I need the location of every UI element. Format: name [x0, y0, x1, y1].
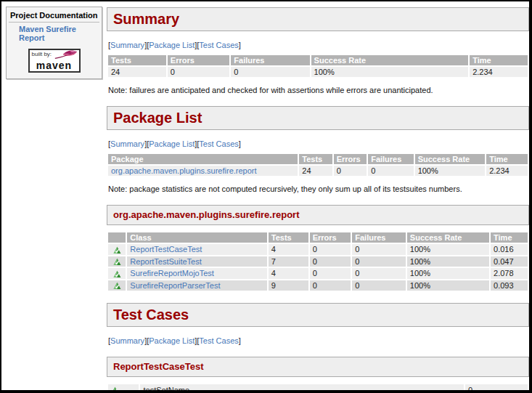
test-cases-table: testSetName0testSetTestCases0 [107, 383, 529, 393]
package-list-heading: Package List [107, 106, 529, 130]
nav-link-test-cases[interactable]: Test Cases [199, 336, 238, 345]
col-success-rate: Success Rate [415, 154, 486, 164]
tests-value: 7 [269, 256, 308, 267]
col-time: Time [491, 232, 528, 243]
summary-table: Tests Errors Failures Success Rate Time … [107, 54, 529, 78]
failures-value: 0 [231, 67, 309, 77]
col-status [108, 232, 126, 243]
errors-value: 0 [334, 166, 367, 176]
section-nav: [Summary][Package List][Test Cases] [108, 41, 529, 50]
maven-surefire-report-link[interactable]: Maven Surefire Report [19, 25, 76, 42]
summary-heading: Summary [107, 7, 529, 31]
errors-value: 0 [310, 268, 351, 279]
success-rate-value: 100% [407, 280, 489, 291]
col-tests: Tests [299, 154, 332, 164]
nav-link-summary[interactable]: Summary [110, 139, 144, 148]
col-time: Time [470, 55, 528, 65]
time-value: 2.078 [491, 268, 528, 279]
failures-value: 0 [352, 256, 406, 267]
class-name-cell: SurefireReportParserTest [127, 280, 266, 291]
col-failures: Failures [352, 232, 406, 243]
success-rate-value: 100% [407, 244, 489, 255]
success-rate-value: 100% [415, 166, 486, 176]
class-row: SurefireReportParserTest900100%0.093 [108, 280, 528, 291]
col-errors: Errors [168, 55, 230, 65]
col-errors: Errors [334, 154, 367, 164]
failures-value: 0 [352, 268, 406, 279]
test-case-time: 0 [465, 384, 528, 393]
errors-value: 0 [310, 256, 351, 267]
test-case-name: testSetName [140, 384, 463, 393]
success-icon [113, 282, 121, 290]
nav-link-package-list[interactable]: Package List [149, 139, 195, 148]
report-content: Summary [Summary][Package List][Test Cas… [105, 1, 529, 390]
test-suite-heading: ReportTestCaseTest [107, 357, 529, 377]
package-row: org.apache.maven.plugins.surefire.report… [108, 166, 528, 176]
class-link[interactable]: SurefireReportParserTest [130, 281, 220, 290]
tests-value: 24 [299, 166, 332, 176]
class-row: ReportTestSuiteTest700100%0.047 [108, 256, 528, 267]
status-cell [108, 280, 126, 291]
package-table-header: Package Tests Errors Failures Success Ra… [108, 154, 528, 164]
class-table-header: Class Tests Errors Failures Success Rate… [108, 232, 528, 243]
class-row: SurefireReportMojoTest400100%2.078 [108, 268, 528, 279]
errors-value: 0 [310, 280, 351, 291]
class-summary-table: Class Tests Errors Failures Success Rate… [107, 231, 529, 292]
status-cell [108, 256, 126, 267]
bracket: ] [239, 41, 241, 49]
test-case-row: testSetName0 [108, 384, 528, 393]
sidebar-title: Project Documentation [9, 9, 99, 23]
maven-feather-icon [54, 50, 78, 60]
col-package: Package [108, 154, 298, 164]
failures-value: 0 [352, 280, 406, 291]
class-name-cell: ReportTestCaseTest [127, 244, 266, 255]
class-link[interactable]: ReportTestCaseTest [130, 245, 202, 254]
class-link[interactable]: SurefireReportMojoTest [130, 269, 214, 277]
nav-link-package-list[interactable]: Package List [149, 336, 195, 345]
success-rate-value: 100% [311, 67, 469, 77]
package-list-note: Note: package statistics are not compute… [108, 185, 529, 194]
package-link[interactable]: org.apache.maven.plugins.surefire.report [111, 166, 257, 175]
test-cases-heading: Test Cases [107, 303, 529, 327]
col-success-rate: Success Rate [407, 232, 489, 243]
col-tests: Tests [269, 232, 308, 243]
col-tests: Tests [108, 55, 166, 65]
col-failures: Failures [368, 154, 413, 164]
errors-value: 0 [310, 244, 351, 255]
bracket: ] [239, 336, 241, 345]
class-link[interactable]: ReportTestSuiteTest [130, 257, 201, 266]
status-cell [108, 268, 126, 279]
tests-value: 24 [108, 67, 166, 77]
time-value: 0.047 [491, 256, 528, 267]
failures-value: 0 [352, 244, 406, 255]
time-value: 2.234 [470, 67, 528, 77]
nav-link-summary[interactable]: Summary [110, 336, 144, 345]
summary-note: Note: failures are anticipated and check… [108, 86, 529, 95]
status-cell [108, 384, 139, 393]
summary-table-header: Tests Errors Failures Success Rate Time [108, 55, 528, 65]
sidebar: Project Documentation Maven Surefire Rep… [6, 7, 102, 79]
col-success-rate: Success Rate [311, 55, 469, 65]
class-row: ReportTestCaseTest400100%0.016 [108, 244, 528, 255]
package-detail-heading: org.apache.maven.plugins.surefire.report [107, 205, 529, 225]
tests-value: 4 [269, 268, 308, 279]
nav-link-test-cases[interactable]: Test Cases [199, 41, 238, 49]
col-class: Class [127, 232, 266, 243]
section-nav: [Summary][Package List][Test Cases] [108, 336, 529, 346]
package-name-cell: org.apache.maven.plugins.surefire.report [108, 166, 298, 176]
success-icon [111, 386, 119, 393]
tests-value: 4 [269, 244, 308, 255]
status-cell [108, 244, 126, 255]
nav-link-package-list[interactable]: Package List [149, 41, 195, 49]
class-name-cell: ReportTestSuiteTest [127, 256, 266, 267]
maven-brand-label: maven [30, 60, 79, 71]
col-time: Time [486, 154, 528, 164]
maven-logo[interactable]: built by: maven [28, 49, 81, 73]
success-rate-value: 100% [407, 256, 489, 267]
time-value: 0.016 [491, 244, 528, 255]
sidebar-item-maven-surefire-report: Maven Surefire Report [9, 23, 99, 42]
nav-link-summary[interactable]: Summary [110, 41, 144, 49]
nav-link-test-cases[interactable]: Test Cases [199, 139, 238, 148]
time-value: 2.234 [486, 166, 528, 176]
sidebar-column: Project Documentation Maven Surefire Rep… [1, 1, 105, 390]
